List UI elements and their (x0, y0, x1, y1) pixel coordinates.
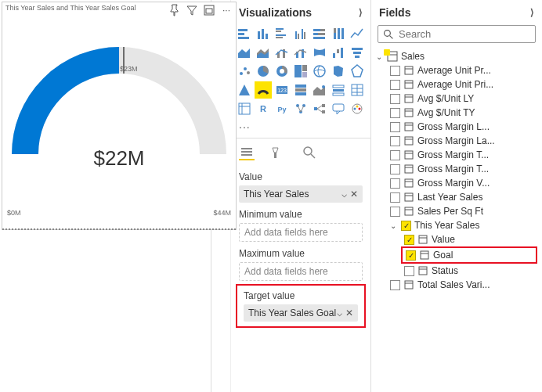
checkbox[interactable] (390, 108, 400, 118)
svg-rect-52 (333, 85, 344, 88)
field-row[interactable]: Last Year Sales (373, 190, 540, 204)
viz-more-button[interactable]: ··· (231, 120, 370, 138)
key-influencers-icon[interactable] (292, 100, 309, 117)
chevron-down-icon[interactable]: ⌵ (337, 307, 342, 318)
decomp-tree-icon[interactable] (311, 100, 328, 117)
stacked-column-icon[interactable] (255, 25, 272, 42)
chevron-down-icon[interactable]: ⌵ (341, 189, 347, 200)
table-icon[interactable] (349, 81, 366, 99)
gauge-visual[interactable]: This Year Sales and This Year Sales Goal… (2, 2, 237, 230)
checkbox[interactable] (406, 250, 416, 261)
field-row[interactable]: Gross Margin T... (373, 148, 540, 162)
gauge-icon[interactable] (255, 81, 272, 99)
fields-pane: Fields ⟩ ⌄ Sales Average Unit Pr...Avera… (371, 0, 542, 392)
svg-rect-31 (337, 49, 339, 53)
max-well-placeholder[interactable]: Add data fields here (239, 262, 363, 281)
clustered-column-icon[interactable] (292, 25, 309, 42)
hierarchy-status[interactable]: Status (373, 264, 540, 278)
checkbox[interactable] (401, 221, 411, 231)
fields-tab[interactable] (239, 145, 255, 160)
checkbox[interactable] (390, 80, 400, 90)
scatter-icon[interactable] (236, 63, 253, 80)
multi-row-card-icon[interactable] (292, 81, 309, 99)
svg-rect-20 (318, 33, 325, 35)
donut-icon[interactable] (273, 63, 291, 80)
field-row[interactable]: Gross Margin La... (373, 134, 540, 148)
field-row[interactable]: Gross Margin V... (373, 176, 540, 190)
checkbox[interactable] (390, 192, 400, 203)
field-row[interactable]: Avg $/Unit LY (373, 92, 540, 106)
table-sales[interactable]: ⌄ Sales (373, 49, 540, 63)
r-visual-icon[interactable]: R (255, 100, 272, 117)
field-row[interactable]: Gross Margin T... (373, 162, 540, 176)
svg-point-38 (247, 71, 250, 74)
line-chart-icon[interactable] (349, 25, 366, 42)
line-stacked-icon[interactable] (292, 44, 309, 61)
funnel-icon[interactable] (349, 44, 366, 61)
more-icon[interactable]: ··· (220, 4, 233, 16)
checkbox[interactable] (390, 207, 400, 217)
format-tab[interactable] (270, 145, 286, 160)
pie-icon[interactable] (255, 63, 272, 80)
value-well: Value This Year Sales ⌵✕ (231, 167, 370, 204)
target-well-field[interactable]: This Year Sales Goal ⌵✕ (244, 304, 358, 322)
stacked100-column-icon[interactable] (330, 25, 347, 42)
checkbox[interactable] (404, 266, 414, 276)
value-well-field[interactable]: This Year Sales ⌵✕ (239, 185, 363, 203)
checkbox[interactable] (390, 122, 400, 132)
field-row[interactable]: Gross Margin L... (373, 120, 540, 134)
checkbox[interactable] (404, 235, 414, 245)
focus-icon[interactable] (203, 4, 215, 16)
checkbox[interactable] (390, 136, 400, 146)
stacked-area-icon[interactable] (255, 44, 272, 61)
card-icon[interactable]: 123 (273, 81, 291, 99)
checkbox[interactable] (390, 150, 400, 160)
python-visual-icon[interactable]: Py (273, 100, 291, 117)
stacked100-bar-icon[interactable] (311, 25, 328, 42)
checkbox[interactable] (390, 178, 400, 189)
checkbox[interactable] (390, 164, 400, 174)
ribbon-icon[interactable] (311, 44, 328, 61)
filled-map-icon[interactable] (330, 63, 347, 80)
hierarchy-value[interactable]: Value (373, 232, 540, 246)
azure-map-icon[interactable] (236, 81, 253, 99)
checkbox[interactable] (390, 66, 400, 76)
min-well: Minimum value Add data fields here (231, 204, 370, 243)
treemap-icon[interactable] (292, 63, 309, 80)
field-row[interactable]: Sales Per Sq Ft (373, 204, 540, 218)
slicer-icon[interactable] (330, 81, 347, 99)
kpi-icon[interactable] (311, 81, 328, 99)
chevron-right-icon[interactable]: ⟩ (530, 7, 534, 18)
field-total-sales-var[interactable]: Total Sales Vari... (373, 278, 540, 292)
map-icon[interactable] (311, 63, 328, 80)
svg-rect-49 (295, 88, 306, 92)
min-well-placeholder[interactable]: Add data fields here (239, 223, 363, 242)
hierarchy-goal[interactable]: Goal (403, 248, 536, 262)
shape-map-icon[interactable] (349, 63, 366, 80)
fields-search[interactable] (378, 25, 536, 43)
stacked-bar-icon[interactable] (236, 25, 253, 42)
field-this-year-sales[interactable]: ⌄ This Year Sales (373, 218, 540, 232)
calculator-icon (403, 178, 414, 189)
svg-line-72 (317, 106, 322, 109)
field-row[interactable]: Average Unit Pr... (373, 63, 540, 77)
checkbox[interactable] (390, 280, 400, 290)
clustered-bar-icon[interactable] (273, 25, 291, 42)
pin-icon[interactable] (168, 4, 181, 16)
filter-icon[interactable] (186, 4, 198, 16)
checkbox[interactable] (390, 94, 400, 104)
area-chart-icon[interactable] (236, 44, 253, 61)
chevron-right-icon[interactable]: ⟩ (359, 7, 363, 18)
field-label: Gross Margin T... (417, 164, 489, 174)
waterfall-icon[interactable] (330, 44, 347, 61)
line-clustered-icon[interactable] (273, 44, 291, 61)
remove-icon[interactable]: ✕ (350, 189, 358, 200)
custom-visual-icon[interactable] (349, 100, 366, 117)
field-row[interactable]: Average Unit Pri... (373, 77, 540, 92)
remove-icon[interactable]: ✕ (345, 307, 353, 318)
qa-visual-icon[interactable] (330, 100, 347, 117)
field-row[interactable]: Avg $/Unit TY (373, 106, 540, 120)
matrix-icon[interactable] (236, 100, 253, 117)
analytics-tab[interactable] (302, 145, 317, 160)
search-input[interactable] (399, 28, 530, 40)
